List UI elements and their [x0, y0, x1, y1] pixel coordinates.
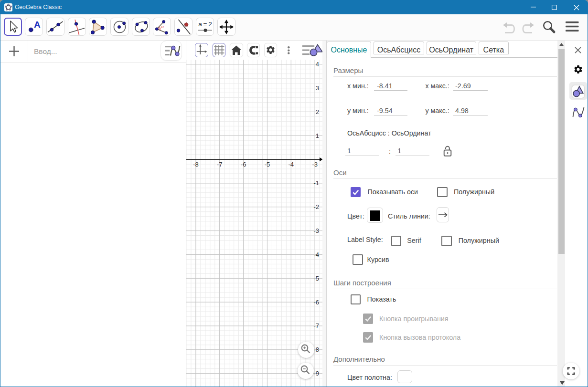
svg-text:-4: -4	[288, 161, 294, 168]
svg-text:1: 1	[316, 132, 319, 139]
svg-text:-3: -3	[312, 161, 318, 168]
svg-text:4: 4	[316, 61, 319, 68]
svg-text:-6: -6	[241, 161, 246, 168]
svg-text:-8: -8	[193, 161, 199, 168]
svg-text:-8: -8	[313, 346, 319, 353]
svg-text:-7: -7	[217, 161, 223, 168]
svg-text:A: A	[34, 20, 41, 30]
svg-text:3: 3	[316, 84, 319, 92]
svg-text:-2: -2	[313, 203, 319, 210]
svg-text:-4: -4	[313, 251, 319, 258]
svg-text:-7: -7	[313, 322, 319, 329]
svg-text:-6: -6	[313, 299, 319, 306]
svg-text:-5: -5	[313, 275, 319, 282]
svg-text:2: 2	[316, 108, 319, 115]
svg-text:a = 2: a = 2	[198, 21, 212, 28]
svg-text:-9: -9	[313, 370, 319, 377]
svg-text:-3: -3	[313, 227, 319, 234]
svg-text:α: α	[161, 24, 164, 29]
svg-text:-5: -5	[265, 161, 270, 168]
svg-text:-1: -1	[313, 179, 319, 187]
